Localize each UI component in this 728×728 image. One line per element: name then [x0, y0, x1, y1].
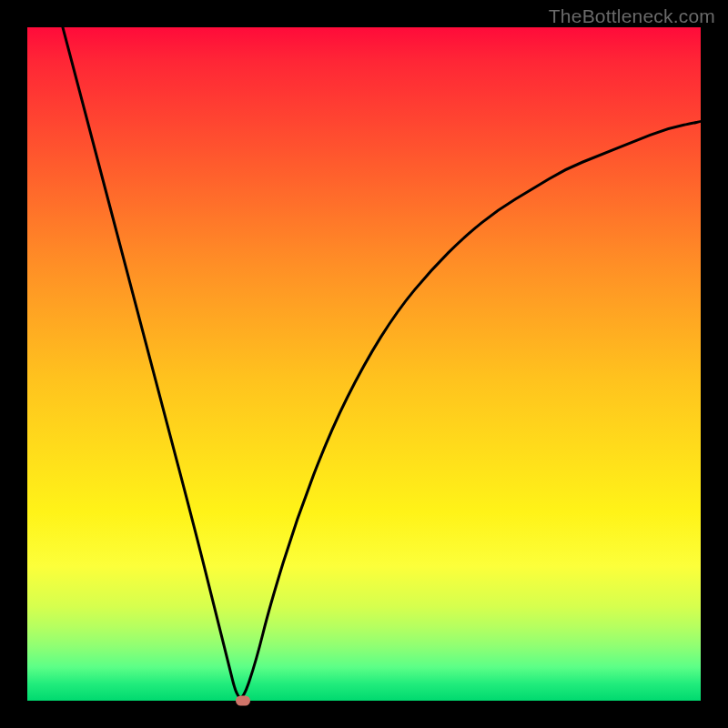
chart-frame: TheBottleneck.com: [0, 0, 728, 728]
optimal-point-marker: [236, 696, 250, 706]
plot-area: [27, 27, 701, 701]
bottleneck-curve: [27, 27, 701, 701]
watermark-text: TheBottleneck.com: [549, 5, 715, 27]
